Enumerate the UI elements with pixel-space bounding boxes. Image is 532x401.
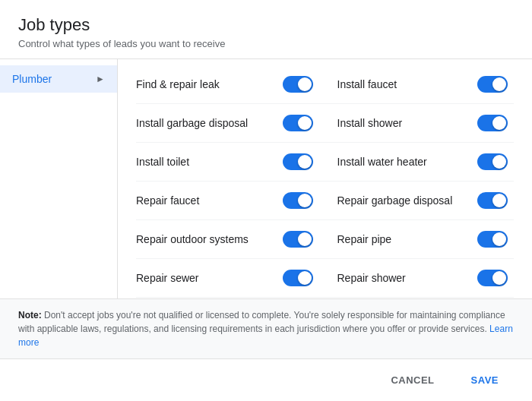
toggle-thumb xyxy=(492,232,506,246)
job-item: Repair shower xyxy=(325,259,515,298)
job-item: Install toilet xyxy=(136,143,325,182)
job-label: Repair outdoor systems xyxy=(136,233,249,245)
toggle-thumb xyxy=(298,194,312,207)
job-item: Repair garbage disposal xyxy=(325,182,515,220)
footer-note: Note: Don't accept jobs you're not quali… xyxy=(0,298,532,358)
job-label: Install faucet xyxy=(337,78,397,90)
footer-actions: CANCEL SAVE xyxy=(0,358,532,401)
toggle-switch[interactable] xyxy=(283,192,313,209)
save-button[interactable]: SAVE xyxy=(456,368,514,392)
toggle-switch[interactable] xyxy=(477,231,508,248)
job-label: Repair sewer xyxy=(136,272,198,284)
job-item: Install faucet xyxy=(325,65,515,104)
toggle-track xyxy=(477,153,508,170)
toggle-track xyxy=(283,115,313,131)
toggle-switch[interactable] xyxy=(283,231,313,248)
toggle-thumb xyxy=(492,116,506,130)
toggle-thumb xyxy=(492,194,506,207)
toggle-track xyxy=(477,192,508,209)
toggle-thumb xyxy=(298,77,312,91)
job-label: Find & repair leak xyxy=(136,78,220,90)
chevron-right-icon: ► xyxy=(96,74,105,84)
toggle-track xyxy=(283,192,313,209)
toggle-switch[interactable] xyxy=(283,153,313,170)
job-label: Repair shower xyxy=(337,272,406,284)
job-item: Install shower xyxy=(325,104,515,143)
toggle-thumb xyxy=(492,271,506,285)
toggle-switch[interactable] xyxy=(477,115,508,131)
toggle-track xyxy=(283,231,313,248)
page-container: Job types Control what types of leads yo… xyxy=(0,0,532,401)
page-title: Job types xyxy=(18,15,514,35)
sidebar-item-label: Plumber xyxy=(12,73,52,85)
content-area: Plumber ► Find & repair leakInstall fauc… xyxy=(0,59,532,298)
toggle-track xyxy=(477,115,508,131)
job-label: Install water heater xyxy=(337,156,427,168)
toggle-track xyxy=(477,231,508,248)
toggle-thumb xyxy=(298,116,312,130)
job-item: Repair sewer xyxy=(136,259,325,298)
sidebar: Plumber ► xyxy=(0,59,118,298)
toggle-track xyxy=(477,76,508,93)
toggle-switch[interactable] xyxy=(477,76,508,93)
job-label: Repair faucet xyxy=(136,194,199,207)
toggle-thumb xyxy=(298,155,312,169)
job-label: Repair garbage disposal xyxy=(337,194,453,207)
note-bold: Note: xyxy=(18,310,42,320)
toggle-track xyxy=(283,270,313,286)
toggle-switch[interactable] xyxy=(283,115,313,131)
job-label: Install garbage disposal xyxy=(136,117,248,129)
note-text: Don't accept jobs you're not qualified o… xyxy=(18,310,505,334)
job-item: Install garbage disposal xyxy=(136,104,325,143)
job-label: Install shower xyxy=(337,117,403,129)
job-item: Repair pipe xyxy=(325,220,515,259)
toggle-switch[interactable] xyxy=(477,153,508,170)
toggle-track xyxy=(477,270,508,286)
job-label: Repair pipe xyxy=(337,233,392,245)
job-item: Install water heater xyxy=(325,143,515,182)
toggle-thumb xyxy=(492,155,506,169)
toggle-track xyxy=(283,153,313,170)
toggle-switch[interactable] xyxy=(477,192,508,209)
cancel-button[interactable]: CANCEL xyxy=(375,368,449,392)
toggle-thumb xyxy=(492,77,506,91)
job-item: Repair faucet xyxy=(136,182,325,220)
main-content: Find & repair leakInstall faucetInstall … xyxy=(118,59,532,298)
toggle-thumb xyxy=(298,232,312,246)
page-subtitle: Control what types of leads you want to … xyxy=(18,38,514,49)
job-item: Repair outdoor systems xyxy=(136,220,325,259)
toggle-track xyxy=(283,76,313,93)
job-item: Find & repair leak xyxy=(136,65,325,104)
toggle-switch[interactable] xyxy=(477,270,508,286)
toggle-thumb xyxy=(298,271,312,285)
toggle-switch[interactable] xyxy=(283,270,313,286)
job-grid: Find & repair leakInstall faucetInstall … xyxy=(136,65,514,298)
toggle-switch[interactable] xyxy=(283,76,313,93)
sidebar-item-plumber[interactable]: Plumber ► xyxy=(0,65,117,93)
job-label: Install toilet xyxy=(136,156,189,168)
header: Job types Control what types of leads yo… xyxy=(0,0,532,58)
